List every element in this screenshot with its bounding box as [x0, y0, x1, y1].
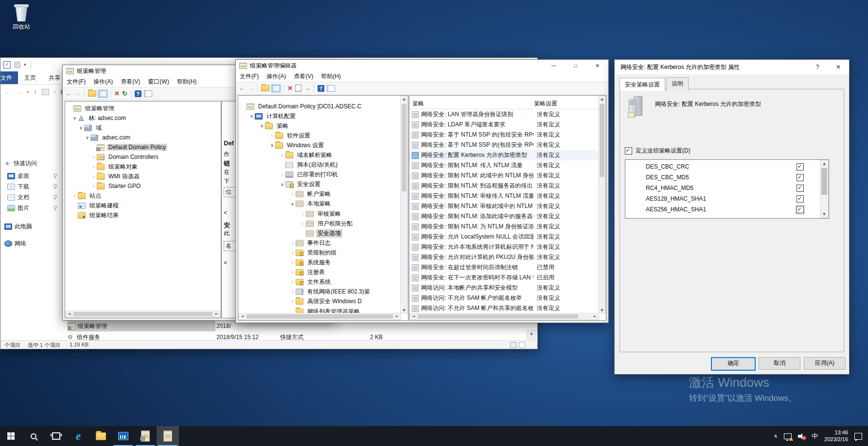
policy-row[interactable]: 网络安全: 在超过登录时间后强制注销 已禁用 — [409, 262, 599, 273]
up-icon[interactable]: ↑ — [34, 88, 37, 96]
tree-item[interactable]: › 系统服务 — [238, 258, 400, 268]
tree-item[interactable]: › Domain Controllers — [65, 152, 220, 162]
taskbar-item-internet-explorer[interactable] — [67, 426, 89, 446]
ime-indicator[interactable]: 中 — [812, 432, 818, 441]
tree-item[interactable]: › 受限制的组 — [238, 248, 400, 257]
volume-muted-icon[interactable]: ✕ — [798, 433, 805, 439]
tab-explain[interactable]: 说明 — [666, 77, 689, 90]
tree-item[interactable]: › 注册表 — [238, 268, 400, 277]
encryption-option-row[interactable]: AES128_HMAC_SHA1 — [625, 193, 820, 204]
tree-item[interactable]: › 站点 — [65, 191, 220, 201]
tree-item[interactable]: 组策略管理 — [65, 103, 220, 113]
tab-security-policy-setting[interactable]: 安全策略设置 — [620, 78, 665, 91]
policy-row[interactable]: 网络安全: 允许对此计算机的 PKU2U 身份验证请求使用联... 没有定义 — [409, 252, 599, 262]
forward-icon[interactable]: → — [248, 85, 254, 91]
expander-icon[interactable]: › — [269, 133, 275, 139]
back-icon[interactable]: ← — [239, 85, 245, 91]
tree-item[interactable]: › Starter GPO — [65, 181, 220, 191]
explorer-newfolder-icon[interactable] — [14, 62, 20, 68]
start-button[interactable] — [0, 426, 22, 446]
qat-dropdown-icon[interactable]: ▾ — [24, 62, 26, 67]
forward-icon[interactable]: → — [16, 88, 22, 96]
expander-icon[interactable]: ∨ — [269, 143, 275, 148]
taskbar-item-gpme[interactable] — [157, 426, 179, 446]
tree-item[interactable]: Default Domain Policy [DC01.ADSEC.C — [238, 102, 400, 111]
expander-icon[interactable]: › — [90, 154, 97, 160]
cancel-button[interactable]: 取消 — [759, 357, 800, 370]
task-view-button[interactable] — [45, 426, 67, 446]
help-icon[interactable]: ? — [318, 85, 324, 92]
policy-row[interactable]: 网络安全: 允许本地系统将计算机标识用于 NTLM 没有定义 — [409, 242, 599, 252]
sidebar-item[interactable]: 下载 — [0, 181, 66, 192]
menu-item[interactable]: 文件(F) — [63, 76, 89, 87]
policy-row[interactable]: 网络访问: 本地帐户的共享和安全模型 没有定义 — [409, 283, 599, 293]
encryption-option-checkbox[interactable] — [797, 185, 804, 192]
tree-item[interactable]: ∨ 本地策略 — [238, 199, 400, 209]
policy-row[interactable]: 网络安全: 限制 NTLM: 传入 NTLM 流量 没有定义 — [409, 160, 599, 171]
policy-row[interactable]: 网络安全: 基于 NTLM SSP 的(包括安全 RPC)客户端的最小... 没… — [409, 140, 599, 150]
encryption-option-checkbox[interactable] — [797, 206, 804, 213]
expander-icon[interactable]: › — [279, 172, 285, 178]
expander-icon[interactable]: ∨ — [71, 116, 78, 120]
menu-item[interactable]: 操作(A) — [89, 76, 117, 87]
tray-expand-icon[interactable]: ∧ — [774, 433, 778, 439]
tree-item[interactable]: ∨ 域 — [65, 123, 220, 133]
gpme-titlebar[interactable]: 组策略管理编辑器 — □ ✕ — [236, 60, 608, 71]
tree-item[interactable]: › WMI 筛选器 — [65, 172, 220, 181]
help-icon[interactable]: ? — [135, 90, 142, 97]
policy-row[interactable]: 网络安全: 限制 NTLM: 审核此域中的 NTLM 身份验证 没有定义 — [409, 201, 599, 211]
tree-item[interactable]: ∨ 计算机配置 — [238, 111, 400, 121]
minimize-button[interactable]: — — [543, 60, 565, 71]
tree-item[interactable]: › 文件系统 — [238, 277, 400, 287]
help-button[interactable]: ? — [807, 60, 828, 74]
tree-item[interactable]: › 事件日志 — [238, 238, 400, 248]
define-policy-checkbox-row[interactable]: 定义这些策略设置(D) — [625, 147, 691, 155]
tree-item[interactable]: ∨ 策略 — [238, 121, 400, 131]
recent-dropdown-icon[interactable]: ▾ — [27, 90, 29, 94]
search-button[interactable] — [22, 426, 45, 446]
policy-row[interactable]: 网络安全: 允许 LocalSystem NULL 会话回退 没有定义 — [409, 232, 599, 242]
expander-icon[interactable]: › — [90, 183, 97, 189]
properties-icon[interactable] — [295, 85, 301, 92]
expander-icon[interactable]: › — [289, 289, 296, 295]
menu-item[interactable]: 文件(F) — [236, 71, 263, 82]
expander-icon[interactable]: › — [289, 191, 296, 197]
policy-row[interactable]: 网络安全: 在下一次更改密码时不存储 LAN 管理器哈希值 已启用 — [409, 273, 599, 283]
expander-icon[interactable]: › — [289, 240, 296, 246]
column-header-policy[interactable]: 策略 — [409, 99, 531, 109]
expander-icon[interactable]: › — [289, 298, 296, 305]
expander-icon[interactable]: › — [71, 193, 78, 199]
sidebar-item[interactable]: 快速访问 — [0, 158, 66, 169]
back-icon[interactable]: ← — [66, 90, 72, 97]
expander-icon[interactable]: › — [289, 250, 296, 256]
menu-item[interactable]: 窗口(W) — [144, 76, 173, 87]
sidebar-item[interactable]: 网络 — [0, 238, 66, 249]
tree-item[interactable]: 网络列表管理器策略 — [238, 307, 400, 313]
tree-item[interactable]: › 软件设置 — [238, 131, 400, 140]
tree-item[interactable]: 脚本(启动/关机) — [238, 160, 400, 170]
expander-icon[interactable]: ∨ — [289, 202, 296, 206]
close-button[interactable]: ✕ — [828, 60, 849, 74]
encryption-option-row[interactable]: AES256_HMAC_SHA1 — [625, 204, 820, 215]
tree-item[interactable]: › 域名解析策略 — [238, 150, 400, 160]
close-button[interactable]: ✕ — [586, 60, 608, 71]
tree-item[interactable]: 安全选项 — [238, 228, 400, 238]
show-action-pane-icon[interactable] — [327, 85, 335, 92]
tree-item[interactable]: › 高级安全 Windows D — [238, 297, 400, 307]
menu-item[interactable]: 帮助(H) — [173, 76, 201, 87]
policy-row[interactable]: 网络安全: LDAP 客户端签名要求 没有定义 — [409, 120, 599, 130]
policy-row[interactable]: 网络安全: 限制 NTLM: 到远程服务器的传出 NTLM 流量 没有定义 — [409, 181, 599, 191]
expander-icon[interactable]: › — [289, 279, 296, 285]
menu-item[interactable]: 查看(V) — [290, 71, 317, 82]
tree-item[interactable]: ∨ adsec.com — [65, 133, 220, 142]
explorer-vscrollbar-down[interactable]: ▼ — [527, 330, 536, 340]
sidebar-item[interactable]: 此电脑 — [0, 221, 66, 232]
tree-item[interactable]: ∨ 林: adsec.com — [65, 113, 220, 123]
ok-button[interactable]: 确定 — [711, 357, 756, 371]
show-action-pane-icon[interactable] — [144, 90, 152, 97]
gpme-list-vscrollbar[interactable]: ▲▼ — [598, 96, 606, 314]
network-warning-icon[interactable] — [784, 433, 792, 439]
expander-icon[interactable]: ∨ — [279, 182, 285, 187]
show-console-tree-icon[interactable] — [272, 85, 280, 92]
expander-icon[interactable]: ∨ — [259, 123, 265, 128]
